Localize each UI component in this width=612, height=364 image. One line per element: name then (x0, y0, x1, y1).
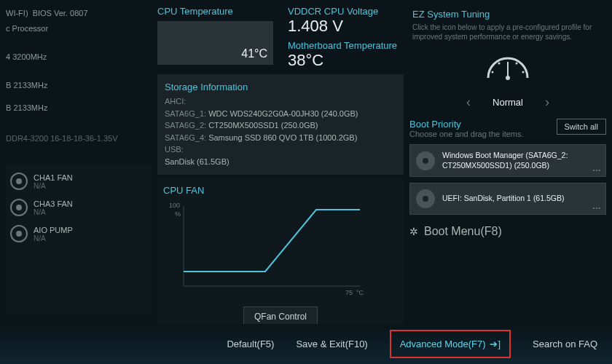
disk-icon (416, 151, 435, 170)
tuning-gauge-icon[interactable] (412, 50, 603, 86)
chart-y-max: 100 (169, 202, 180, 209)
profile-name: Normal (493, 97, 523, 108)
chart-unit: % (175, 210, 181, 218)
svg-point-6 (492, 71, 494, 74)
boot-desc: Choose one and drag the items. (409, 130, 524, 138)
mb-temp-value: 38°C (288, 51, 404, 70)
cpu-temp-value: 41°C (241, 47, 267, 60)
advanced-mode-button[interactable]: Advanced Mode(F7) ➔] (390, 330, 511, 358)
drag-handle-icon[interactable]: ••• (593, 205, 601, 211)
usb-device: SanDisk (61.5GB) (165, 156, 396, 168)
disk-icon (416, 189, 435, 208)
bios-version: BIOS Ver. 0807 (33, 9, 88, 17)
mem-slot-b: B 2133MHz (6, 100, 152, 116)
profile-next-icon[interactable]: › (545, 95, 549, 110)
pump-icon (10, 225, 28, 242)
boot-menu-button[interactable]: ✲ Boot Menu(F8) (409, 225, 606, 238)
svg-point-9 (516, 63, 518, 65)
boot-menu-icon: ✲ (409, 226, 418, 237)
fan-item[interactable]: CHA1 FAN N/A (10, 168, 147, 194)
storage-title: Storage Information (165, 82, 396, 92)
fan-icon (10, 199, 28, 216)
mem-slot-a: B 2133MHz (6, 78, 152, 93)
vddcr-label: VDDCR CPU Voltage (288, 6, 404, 17)
fan-status: N/A (34, 208, 73, 216)
advanced-mode-label: Advanced Mode(F7) (400, 339, 486, 349)
fan-label: CHA3 FAN (34, 199, 73, 208)
search-faq-button[interactable]: Search on FAQ (533, 339, 597, 349)
fan-item[interactable]: CHA3 FAN N/A (10, 194, 147, 221)
profile-prev-icon[interactable]: ‹ (466, 95, 471, 110)
boot-item-label: UEFI: SanDisk, Partition 1 (61.5GB) (442, 194, 600, 204)
ahci-label: AHCI: (165, 95, 396, 108)
mb-temp-label: Motherboard Temperature (288, 40, 404, 51)
mem-timing: DDR4-3200 16-18-18-36-1.35V (6, 131, 152, 146)
boot-item[interactable]: UEFI: SanDisk, Partition 1 (61.5GB) ••• (409, 183, 606, 215)
save-exit-button[interactable]: Save & Exit(F10) (296, 339, 367, 349)
fan-status: N/A (34, 234, 73, 242)
drag-handle-icon[interactable]: ••• (593, 167, 601, 173)
cpu-name-suffix: c Processor (6, 21, 152, 36)
fan-status: N/A (34, 182, 73, 190)
sys-tuning-desc: Click the icon below to apply a pre-conf… (412, 23, 603, 41)
storage-list: AHCI: SATA6G_1: WDC WDS240G2G0A-00JH30 (… (165, 95, 396, 167)
usb-label: USB: (165, 143, 396, 156)
vddcr-value: 1.408 V (288, 17, 404, 36)
default-button[interactable]: Default(F5) (227, 339, 274, 349)
fan-icon (10, 173, 28, 190)
boot-menu-label: Boot Menu(F8) (424, 225, 502, 238)
svg-text:°C: °C (356, 289, 364, 296)
switch-all-button[interactable]: Switch all (557, 119, 606, 135)
cpu-temp-label: CPU Temperature (157, 6, 273, 17)
boot-title: Boot Priority (409, 119, 524, 130)
fan-item[interactable]: AIO PUMP N/A (10, 221, 147, 247)
boot-item[interactable]: Windows Boot Manager (SATA6G_2: CT250MX5… (409, 144, 606, 177)
exit-icon: ➔] (490, 339, 501, 349)
wifi-text: WI-FI) (6, 9, 28, 17)
svg-point-5 (506, 76, 510, 80)
fan-label: CHA1 FAN (34, 173, 73, 182)
cpu-fan-title: CPU FAN (163, 185, 398, 196)
sys-tuning-title: EZ System Tuning (412, 9, 603, 20)
system-info-block: WI-FI) BIOS Ver. 0807 c Processor 4 3200… (6, 6, 152, 146)
fan-curve-chart[interactable]: 100 % 75 °C (163, 199, 367, 301)
cpu-temp-graph: 41°C (157, 21, 273, 65)
svg-point-8 (498, 63, 501, 65)
svg-point-7 (522, 71, 525, 74)
svg-text:75: 75 (345, 289, 353, 296)
boot-item-label: Windows Boot Manager (SATA6G_2: CT250MX5… (442, 151, 600, 170)
fan-label: AIO PUMP (34, 226, 73, 234)
mem-freq: 4 3200MHz (6, 50, 152, 65)
